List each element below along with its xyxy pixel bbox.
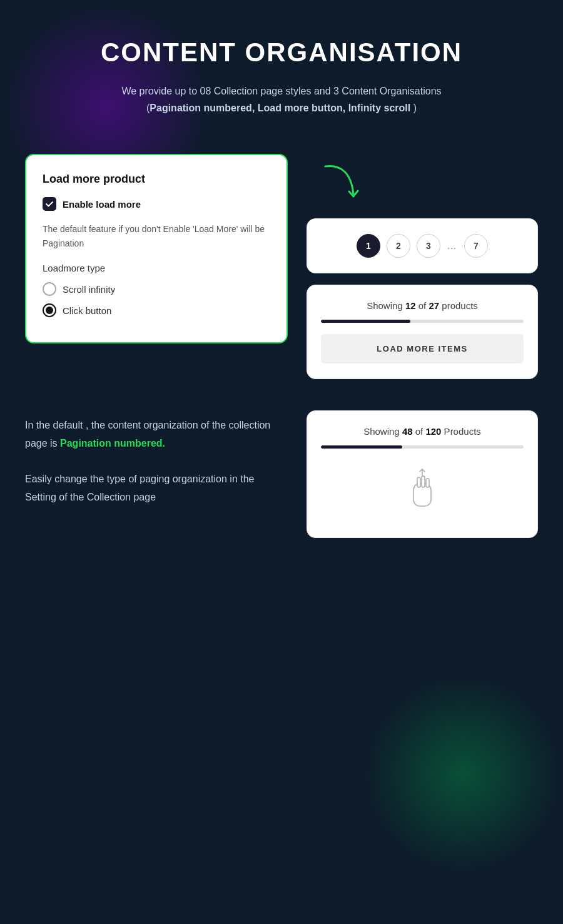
scroll-hand-area xyxy=(321,466,524,522)
subtitle: We provide up to 08 Collection page styl… xyxy=(25,83,538,116)
load-more-card: Showing 12 of 27 products LOAD MORE ITEM… xyxy=(307,285,538,379)
bottom-text-2: Easily change the type of paging organiz… xyxy=(25,470,288,507)
load-more-progress-fill xyxy=(321,320,410,323)
settings-card: Load more product Enable load more The d… xyxy=(25,154,288,343)
bottom-right: Showing 48 of 120 Products xyxy=(307,410,538,538)
left-panel: Load more product Enable load more The d… xyxy=(25,154,288,343)
radio-scroll-infinity[interactable]: Scroll infinity xyxy=(43,282,270,296)
svg-rect-5 xyxy=(426,479,429,487)
page-btn-1[interactable]: 1 xyxy=(357,234,380,258)
checkmark-icon xyxy=(45,200,54,208)
arrow-area xyxy=(307,160,538,204)
header-section: CONTENT ORGANISATION We provide up to 08… xyxy=(25,38,538,116)
page-btn-3[interactable]: 3 xyxy=(417,234,440,258)
radio-scroll-infinity-button[interactable] xyxy=(43,282,56,296)
load-more-progress-bg xyxy=(321,320,524,323)
enable-load-more-row[interactable]: Enable load more xyxy=(43,197,270,211)
radio-click-button[interactable]: Click button xyxy=(43,303,270,317)
scroll-hand-icon xyxy=(403,466,441,516)
description-text: The default feature if you don't Enable … xyxy=(43,222,270,250)
bottom-text-1: In the default , the content organizatio… xyxy=(25,417,288,453)
scroll-progress-fill xyxy=(321,445,402,449)
page-btn-2[interactable]: 2 xyxy=(387,234,410,258)
content-area: Load more product Enable load more The d… xyxy=(25,154,538,379)
radio-click-button-inner xyxy=(46,307,53,314)
checkbox-label: Enable load more xyxy=(63,199,141,210)
pagination-card: 1 2 3 … 7 xyxy=(307,218,538,273)
svg-rect-4 xyxy=(422,476,425,487)
radio-scroll-infinity-label: Scroll infinity xyxy=(63,284,115,295)
enable-load-more-checkbox[interactable] xyxy=(43,197,56,211)
bottom-left: In the default , the content organizatio… xyxy=(25,410,288,524)
radio-click-button-label: Click button xyxy=(63,305,111,316)
page-btn-7[interactable]: 7 xyxy=(464,234,488,258)
scroll-progress-bg xyxy=(321,445,524,449)
right-panel: 1 2 3 … 7 Showing 12 of 27 products LOAD… xyxy=(307,154,538,379)
arrow-icon xyxy=(319,160,363,204)
pagination-row: 1 2 3 … 7 xyxy=(321,234,524,258)
page-title: CONTENT ORGANISATION xyxy=(25,38,538,68)
svg-rect-3 xyxy=(417,477,420,487)
showing-text: Showing 12 of 27 products xyxy=(321,300,524,311)
loadmore-type-label: Loadmore type xyxy=(43,263,270,273)
bottom-section: In the default , the content organizatio… xyxy=(25,410,538,538)
page-dots: … xyxy=(447,240,458,251)
settings-card-title: Load more product xyxy=(43,173,270,186)
scroll-infinity-card: Showing 48 of 120 Products xyxy=(307,410,538,538)
load-more-button[interactable]: LOAD MORE ITEMS xyxy=(321,334,524,363)
scroll-showing-text: Showing 48 of 120 Products xyxy=(321,426,524,437)
radio-click-button-button[interactable] xyxy=(43,303,56,317)
